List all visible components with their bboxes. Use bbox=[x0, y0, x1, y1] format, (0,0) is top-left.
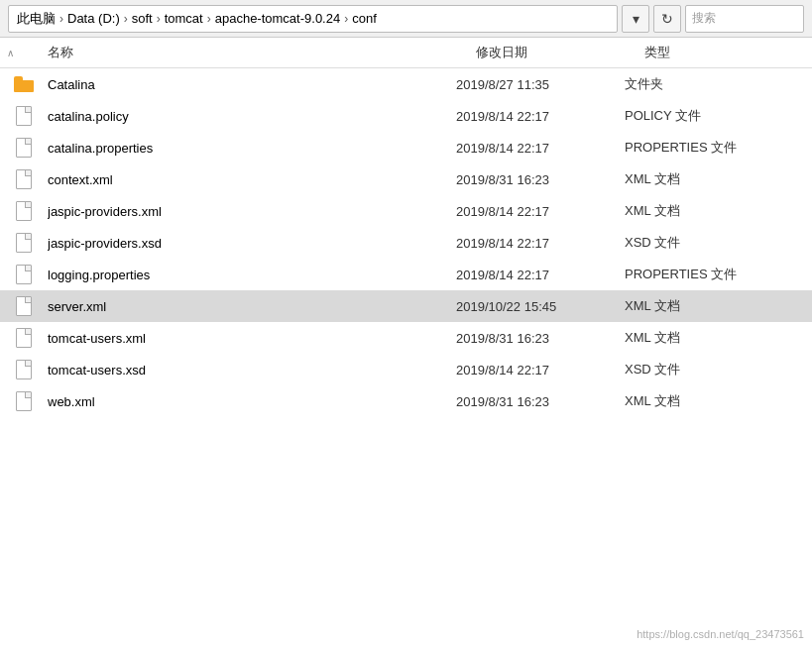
file-name: catalina.policy bbox=[48, 109, 456, 124]
file-type: PROPERTIES 文件 bbox=[625, 139, 812, 157]
table-row[interactable]: tomcat-users.xml2019/8/31 16:23XML 文档 bbox=[0, 322, 812, 354]
breadcrumb-item-conf[interactable]: conf bbox=[352, 11, 377, 26]
folder-icon bbox=[14, 73, 34, 95]
file-date: 2019/8/14 22:17 bbox=[456, 109, 625, 124]
table-row[interactable]: tomcat-users.xsd2019/8/14 22:17XSD 文件 bbox=[0, 354, 812, 385]
file-icon-cell bbox=[0, 359, 48, 380]
file-icon-cell bbox=[0, 390, 48, 412]
file-type: XML 文档 bbox=[625, 202, 812, 220]
file-icon bbox=[14, 137, 34, 159]
file-date: 2019/10/22 15:45 bbox=[456, 299, 625, 314]
dropdown-button[interactable]: ▾ bbox=[622, 5, 649, 33]
file-icon bbox=[14, 168, 34, 190]
file-type: XML 文档 bbox=[625, 329, 812, 347]
file-type: 文件夹 bbox=[625, 75, 812, 93]
file-date: 2019/8/31 16:23 bbox=[456, 331, 625, 346]
file-date: 2019/8/14 22:17 bbox=[456, 141, 625, 156]
file-type: XSD 文件 bbox=[625, 234, 812, 252]
table-row[interactable]: context.xml2019/8/31 16:23XML 文档 bbox=[0, 163, 812, 195]
breadcrumb-item-soft[interactable]: soft bbox=[132, 11, 153, 26]
col-header-type[interactable]: 类型 bbox=[644, 44, 812, 61]
file-icon bbox=[14, 390, 34, 412]
file-name: web.xml bbox=[48, 394, 456, 409]
file-name: jaspic-providers.xsd bbox=[48, 236, 456, 251]
file-name: server.xml bbox=[48, 299, 456, 314]
file-icon-cell bbox=[0, 200, 48, 222]
table-row[interactable]: jaspic-providers.xsd2019/8/14 22:17XSD 文… bbox=[0, 227, 812, 259]
breadcrumb-separator: › bbox=[344, 12, 348, 26]
file-name: context.xml bbox=[48, 172, 456, 187]
breadcrumb-separator: › bbox=[157, 12, 161, 26]
file-type: XML 文档 bbox=[625, 297, 812, 315]
file-icon bbox=[14, 264, 34, 285]
table-row[interactable]: catalina.properties2019/8/14 22:17PROPER… bbox=[0, 132, 812, 163]
file-icon bbox=[14, 200, 34, 222]
chevron-up-icon: ∧ bbox=[7, 48, 14, 58]
file-date: 2019/8/27 11:35 bbox=[456, 77, 625, 92]
col-header-date[interactable]: 修改日期 bbox=[476, 44, 644, 61]
file-type: XML 文档 bbox=[625, 170, 812, 188]
refresh-icon: ↻ bbox=[661, 11, 673, 27]
file-icon-cell bbox=[0, 73, 48, 95]
file-icon bbox=[14, 359, 34, 380]
file-icon bbox=[14, 327, 34, 349]
sort-arrow: ∧ bbox=[0, 48, 20, 58]
breadcrumb-separator: › bbox=[124, 12, 128, 26]
breadcrumb-separator: › bbox=[59, 12, 63, 26]
watermark: https://blog.csdn.net/qq_23473561 bbox=[637, 628, 804, 640]
search-placeholder: 搜索 bbox=[692, 10, 716, 27]
refresh-button[interactable]: ↻ bbox=[653, 5, 681, 33]
file-date: 2019/8/14 22:17 bbox=[456, 363, 625, 378]
table-row[interactable]: logging.properties2019/8/14 22:17PROPERT… bbox=[0, 259, 812, 290]
breadcrumb-separator: › bbox=[207, 12, 211, 26]
file-name: jaspic-providers.xml bbox=[48, 204, 456, 219]
file-icon bbox=[14, 232, 34, 254]
file-icon-cell bbox=[0, 295, 48, 317]
table-row[interactable]: web.xml2019/8/31 16:23XML 文档 bbox=[0, 385, 812, 417]
file-date: 2019/8/14 22:17 bbox=[456, 204, 625, 219]
column-headers: ∧ 名称 修改日期 类型 bbox=[0, 38, 812, 68]
file-icon-cell bbox=[0, 137, 48, 159]
table-row[interactable]: server.xml2019/10/22 15:45XML 文档 bbox=[0, 290, 812, 322]
file-name: logging.properties bbox=[48, 268, 456, 282]
file-rows: Catalina2019/8/27 11:35文件夹catalina.polic… bbox=[0, 68, 812, 648]
file-type: XSD 文件 bbox=[625, 361, 812, 378]
file-date: 2019/8/31 16:23 bbox=[456, 394, 625, 409]
table-row[interactable]: Catalina2019/8/27 11:35文件夹 bbox=[0, 68, 812, 100]
file-icon-cell bbox=[0, 264, 48, 285]
col-header-name[interactable]: 名称 bbox=[20, 44, 476, 61]
file-date: 2019/8/31 16:23 bbox=[456, 172, 625, 187]
file-list-container: ∧ 名称 修改日期 类型 Catalina2019/8/27 11:35文件夹c… bbox=[0, 38, 812, 648]
breadcrumb-item-data-d[interactable]: Data (D:) bbox=[67, 11, 120, 26]
breadcrumb[interactable]: 此电脑 › Data (D:) › soft › tomcat › apache… bbox=[8, 5, 618, 33]
file-name: catalina.properties bbox=[48, 141, 456, 156]
file-icon-cell bbox=[0, 168, 48, 190]
file-name: Catalina bbox=[48, 77, 456, 92]
file-icon-cell bbox=[0, 327, 48, 349]
file-icon-cell bbox=[0, 105, 48, 127]
breadcrumb-item-apache-tomcat[interactable]: apache-tomcat-9.0.24 bbox=[215, 11, 340, 26]
file-date: 2019/8/14 22:17 bbox=[456, 268, 625, 282]
breadcrumb-item-tomcat[interactable]: tomcat bbox=[165, 11, 203, 26]
file-type: POLICY 文件 bbox=[625, 107, 812, 125]
file-icon bbox=[14, 295, 34, 317]
dropdown-icon: ▾ bbox=[633, 11, 639, 27]
file-name: tomcat-users.xml bbox=[48, 331, 456, 346]
breadcrumb-item-pc[interactable]: 此电脑 bbox=[17, 10, 56, 28]
file-date: 2019/8/14 22:17 bbox=[456, 236, 625, 251]
file-icon-cell bbox=[0, 232, 48, 254]
table-row[interactable]: catalina.policy2019/8/14 22:17POLICY 文件 bbox=[0, 100, 812, 132]
file-name: tomcat-users.xsd bbox=[48, 363, 456, 378]
file-icon bbox=[14, 105, 34, 127]
file-type: XML 文档 bbox=[625, 392, 812, 410]
search-box[interactable]: 搜索 bbox=[685, 5, 804, 33]
table-row[interactable]: jaspic-providers.xml2019/8/14 22:17XML 文… bbox=[0, 195, 812, 227]
address-bar: 此电脑 › Data (D:) › soft › tomcat › apache… bbox=[0, 0, 812, 38]
file-type: PROPERTIES 文件 bbox=[625, 266, 812, 283]
